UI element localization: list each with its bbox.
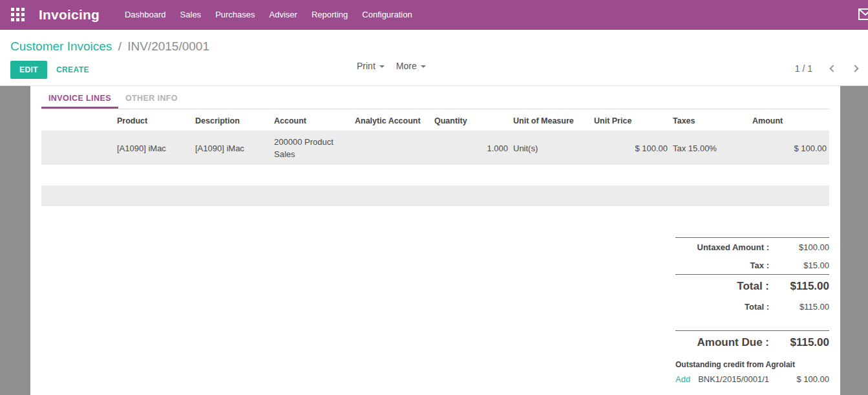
untaxed-amount-label: Untaxed Amount : [675,242,769,252]
amount-cell: $ 100.00 [750,131,829,165]
column-header-unit-price: Unit Price [591,111,670,131]
content-area: INVOICE LINES OTHER INFO Product Descrip… [0,86,868,395]
breadcrumb: Customer Invoices / INV/2015/0001 [0,30,868,54]
chevron-right-icon [851,65,858,72]
outstanding-credit-panel: Outstanding credit from Agrolait Add BNK… [675,359,829,384]
column-header-description: Description [193,111,271,131]
invoice-line-row[interactable]: [A1090] iMac [A1090] iMac 200000 Product… [41,131,829,165]
unit-of-measure-cell: Unit(s) [511,131,591,165]
column-header-amount: Amount [750,111,829,131]
column-header-analytic-account: Analytic Account [352,111,432,131]
row-spacer-cell [41,131,114,165]
analytic-account-cell [352,131,432,165]
breadcrumb-separator: / [118,39,122,53]
product-cell: [A1090] iMac [114,131,193,165]
control-header: Customer Invoices / INV/2015/0001 EDIT C… [0,30,868,86]
print-dropdown[interactable]: Print [357,61,385,71]
total-row: Total : $115.00 [675,275,829,297]
totals-panel: Untaxed Amount : $100.00 Tax : $15.00 To… [675,237,829,354]
pager-count: 1 / 1 [795,63,812,74]
apps-grid-icon[interactable] [11,8,25,21]
invoice-form-sheet: INVOICE LINES OTHER INFO Product Descrip… [30,86,840,395]
secondary-total-value: $115.00 [769,302,829,312]
empty-line-row[interactable] [41,186,829,206]
more-dropdown-label: More [396,61,417,71]
column-header-unit-of-measure: Unit of Measure [511,111,591,131]
nav-item-adviser[interactable]: Adviser [262,0,304,30]
nav-item-sales[interactable]: Sales [173,0,209,30]
column-header-account: Account [271,111,352,131]
breadcrumb-current: INV/2015/0001 [127,39,209,53]
chevron-left-icon [829,65,836,72]
tax-value: $15.00 [769,261,829,270]
secondary-total-row: Total : $115.00 [675,297,829,315]
amount-due-row: Amount Due : $115.00 [675,331,829,354]
create-button[interactable]: CREATE [56,65,89,74]
left-gutter [0,86,30,395]
pager: 1 / 1 [795,59,862,77]
column-header-taxes: Taxes [670,111,750,131]
total-label: Total : [675,280,769,293]
total-value: $115.00 [769,280,829,293]
table-header-row: Product Description Account Analytic Acc… [41,111,829,131]
edit-button[interactable]: EDIT [10,61,47,79]
column-header-product: Product [114,111,193,131]
secondary-total-label: Total : [675,302,769,312]
credit-amount: $ 100.00 [796,374,829,384]
caret-down-icon [421,65,426,68]
unit-price-cell: $ 100.00 [591,131,670,165]
column-header-quantity: Quantity [432,111,511,131]
untaxed-amount-row: Untaxed Amount : $100.00 [675,238,829,256]
notebook-tabs: INVOICE LINES OTHER INFO [41,89,829,109]
amount-due-label: Amount Due : [675,336,769,349]
invoice-lines-table: Product Description Account Analytic Acc… [41,111,829,165]
nav-menu: Dashboard Sales Purchases Adviser Report… [118,0,419,30]
caret-down-icon [379,65,385,68]
breadcrumb-parent-link[interactable]: Customer Invoices [10,39,112,53]
pager-next-button[interactable] [849,59,862,77]
quantity-cell: 1.000 [432,131,511,165]
nav-item-dashboard[interactable]: Dashboard [118,0,173,30]
tax-label: Tax : [675,261,769,270]
untaxed-amount-value: $100.00 [769,242,829,252]
outstanding-credit-title: Outstanding credit from Agrolait [675,359,829,374]
description-cell: [A1090] iMac [193,131,271,165]
nav-item-purchases[interactable]: Purchases [208,0,262,30]
envelope-icon[interactable] [858,8,868,20]
credit-reference: BNK1/2015/0001/1 [698,374,769,384]
taxes-cell: Tax 15.00% [670,131,750,165]
nav-item-reporting[interactable]: Reporting [304,0,355,30]
right-gutter [840,86,868,395]
tab-invoice-lines[interactable]: INVOICE LINES [41,89,118,109]
outstanding-credit-row: Add BNK1/2015/0001/1 $ 100.00 [675,374,829,384]
tab-other-info[interactable]: OTHER INFO [118,89,185,109]
account-cell: 200000 Product Sales [271,131,352,165]
amount-due-value: $115.00 [769,336,829,349]
top-navbar: Invoicing Dashboard Sales Purchases Advi… [0,0,868,30]
app-title: Invoicing [39,7,100,23]
tax-row: Tax : $15.00 [675,256,829,274]
column-header-spacer [41,111,114,131]
more-dropdown[interactable]: More [396,61,426,71]
pager-prev-button[interactable] [827,59,840,77]
add-credit-link[interactable]: Add [675,374,690,384]
nav-item-configuration[interactable]: Configuration [355,0,419,30]
print-dropdown-label: Print [357,61,376,71]
